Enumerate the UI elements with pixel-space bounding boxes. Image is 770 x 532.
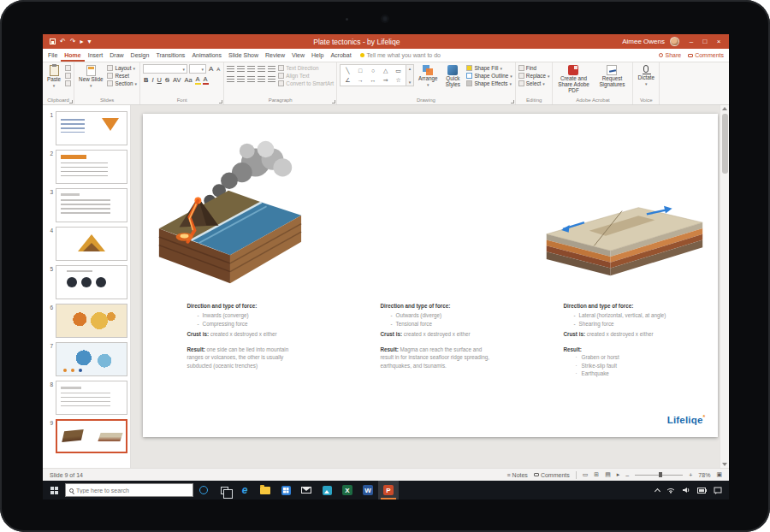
- tab-transitions[interactable]: Transitions: [152, 49, 188, 62]
- battery-icon[interactable]: [697, 488, 707, 494]
- tab-view[interactable]: View: [288, 49, 308, 62]
- slide-thumbnail-6[interactable]: 6: [44, 304, 127, 338]
- save-icon[interactable]: [50, 38, 56, 44]
- zoom-out-button[interactable]: –: [625, 472, 629, 478]
- indent-decrease-icon[interactable]: [247, 66, 255, 73]
- shape-block-arrow-icon[interactable]: ⇒: [383, 77, 388, 84]
- shape-ellipse-icon[interactable]: ○: [371, 68, 375, 74]
- reset-button[interactable]: Reset: [107, 73, 137, 79]
- shapes-scroll-up-icon[interactable]: ▴: [409, 66, 412, 71]
- taskbar-app-edge[interactable]: e: [234, 481, 255, 499]
- task-view-button[interactable]: [214, 481, 234, 499]
- scroll-down-icon[interactable]: [722, 463, 727, 466]
- find-button[interactable]: Find: [518, 65, 550, 71]
- tab-insert[interactable]: Insert: [85, 49, 107, 62]
- shape-outline-button[interactable]: Shape Outline▾: [466, 73, 512, 79]
- shape-fill-button[interactable]: Shape Fill▾: [466, 65, 512, 71]
- tab-review[interactable]: Review: [262, 49, 288, 62]
- bold-button[interactable]: B: [143, 76, 149, 84]
- comments-button[interactable]: Comments: [688, 52, 724, 58]
- dialog-launcher-icon[interactable]: [219, 100, 222, 103]
- scroll-up-icon[interactable]: [722, 107, 727, 110]
- zoom-percent[interactable]: 78%: [698, 472, 710, 478]
- slide-text-column-2[interactable]: Direction and type of force: Outwards (d…: [381, 302, 496, 369]
- tab-draw[interactable]: Draw: [106, 49, 127, 62]
- current-slide[interactable]: Direction and type of force: Inwards (co…: [143, 114, 718, 437]
- shape-angle-icon[interactable]: ∠: [345, 77, 350, 84]
- start-button[interactable]: [43, 481, 65, 499]
- taskbar-search[interactable]: [65, 483, 193, 497]
- undo-icon[interactable]: ↶: [60, 38, 66, 45]
- character-spacing-button[interactable]: AV: [172, 76, 181, 84]
- dialog-launcher-icon[interactable]: [69, 100, 73, 103]
- tab-animations[interactable]: Animations: [188, 49, 225, 62]
- section-button[interactable]: Section▾: [107, 80, 137, 86]
- new-slide-dropdown-icon[interactable]: ▾: [90, 84, 92, 89]
- taskbar-app-excel[interactable]: X: [337, 481, 358, 499]
- dictate-button[interactable]: Dictate ▾: [636, 64, 656, 87]
- shape-rectangle-icon[interactable]: □: [358, 68, 362, 74]
- create-share-pdf-button[interactable]: Create and Share Adobe PDF: [555, 64, 591, 95]
- comments-status-button[interactable]: Comments: [534, 472, 570, 478]
- shape-triangle-icon[interactable]: △: [383, 68, 388, 74]
- taskbar-app-file-explorer[interactable]: [255, 481, 275, 499]
- share-button[interactable]: Share: [659, 52, 681, 58]
- wifi-icon[interactable]: [666, 487, 675, 494]
- slide-thumbnail-7[interactable]: 7: [44, 342, 127, 376]
- transform-fault-diagram[interactable]: [542, 198, 706, 285]
- bullets-icon[interactable]: [227, 66, 234, 73]
- slide-thumbnail-2[interactable]: 2: [44, 150, 127, 184]
- format-painter-icon[interactable]: [65, 80, 71, 86]
- show-hidden-icons-chevron[interactable]: [654, 488, 660, 494]
- slide-thumbnail-3[interactable]: 3: [44, 188, 127, 222]
- quick-styles-button[interactable]: Quick Styles: [441, 64, 464, 89]
- taskbar-app-photos[interactable]: [317, 481, 337, 499]
- tab-home[interactable]: Home: [61, 49, 84, 62]
- taskbar-app-powerpoint[interactable]: P: [378, 481, 399, 499]
- select-button[interactable]: Select▾: [518, 80, 550, 86]
- align-text-button[interactable]: Align Text: [278, 73, 334, 79]
- align-left-icon[interactable]: [227, 76, 234, 83]
- slide-thumbnail-1[interactable]: 1: [44, 111, 127, 145]
- shape-line-icon[interactable]: ╲: [346, 68, 349, 74]
- replace-button[interactable]: Replace▾: [518, 73, 550, 79]
- avatar[interactable]: [670, 37, 679, 46]
- taskbar-app-store[interactable]: [275, 481, 296, 499]
- shapes-scroll-down-icon[interactable]: ▾: [409, 80, 412, 85]
- tab-file[interactable]: File: [44, 49, 61, 62]
- slide-thumbnail-5[interactable]: 5: [44, 265, 127, 299]
- close-button[interactable]: ×: [712, 34, 726, 49]
- shapes-gallery[interactable]: ╲ □ ○ △ ▭ ∠ → ↔ ⇒ ☆: [340, 64, 406, 86]
- shrink-font-button[interactable]: A: [216, 67, 221, 72]
- shape-star-icon[interactable]: ☆: [395, 77, 400, 84]
- paste-dropdown-icon[interactable]: ▾: [53, 84, 56, 89]
- font-color-button[interactable]: A: [203, 76, 209, 85]
- strikethrough-button[interactable]: S: [164, 76, 170, 84]
- paste-button[interactable]: Paste ▾: [45, 64, 62, 89]
- indent-increase-icon[interactable]: [258, 66, 265, 73]
- slide-thumbnail-4[interactable]: 4: [44, 227, 127, 261]
- slide-thumbnail-9[interactable]: 9: [44, 419, 127, 453]
- italic-button[interactable]: I: [151, 76, 154, 84]
- start-slideshow-icon[interactable]: ▸: [80, 38, 83, 45]
- slideshow-view-button[interactable]: ▸: [617, 471, 620, 478]
- dialog-launcher-icon[interactable]: [511, 100, 514, 103]
- cortana-button[interactable]: [193, 481, 214, 499]
- underline-button[interactable]: U: [157, 76, 163, 84]
- volume-icon[interactable]: [682, 487, 690, 494]
- notes-button[interactable]: ≡Notes: [506, 472, 527, 478]
- highlight-color-button[interactable]: A: [195, 76, 201, 85]
- shapes-scrollbar[interactable]: ▴ ▾: [406, 64, 414, 86]
- zoom-in-button[interactable]: +: [689, 472, 692, 478]
- tell-me-search[interactable]: Tell me what you want to do: [355, 49, 446, 62]
- text-direction-button[interactable]: Text Direction: [278, 65, 334, 71]
- tab-design[interactable]: Design: [127, 49, 153, 62]
- layout-button[interactable]: Layout▾: [107, 65, 137, 71]
- dialog-launcher-icon[interactable]: [332, 100, 335, 103]
- search-input[interactable]: [76, 488, 189, 494]
- shape-effects-button[interactable]: Shape Effects▾: [466, 80, 512, 86]
- redo-icon[interactable]: ↷: [70, 38, 76, 45]
- font-size-combo[interactable]: ▾: [189, 64, 206, 74]
- zoom-slider-thumb[interactable]: [659, 472, 662, 477]
- line-spacing-icon[interactable]: [268, 66, 275, 73]
